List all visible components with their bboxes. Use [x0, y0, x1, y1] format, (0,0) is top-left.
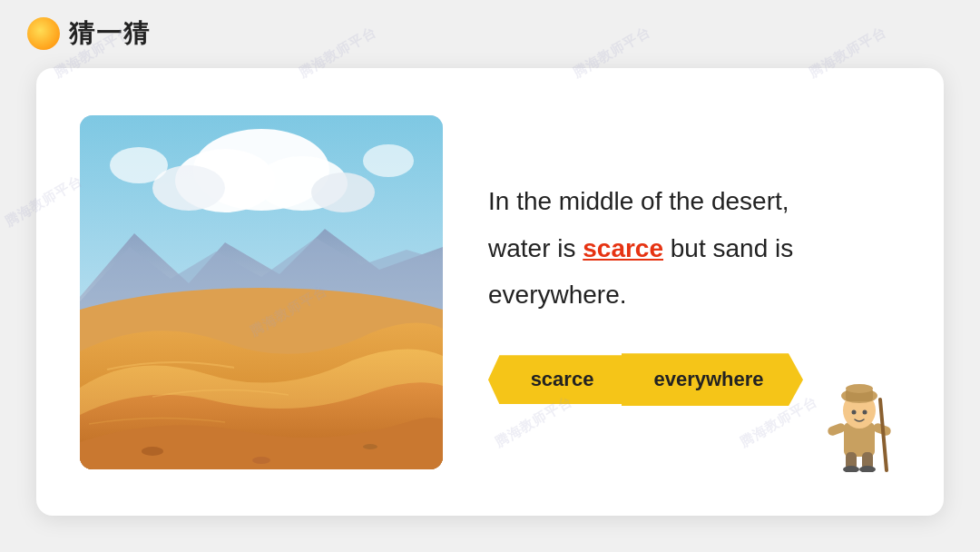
scarce-button[interactable]: scarce	[488, 355, 629, 404]
svg-point-19	[852, 410, 857, 415]
sentence-part4: everywhere.	[488, 281, 627, 309]
everywhere-button[interactable]: everywhere	[622, 353, 803, 406]
svg-point-25	[843, 466, 859, 472]
sentence-part3: but sand is	[663, 234, 793, 262]
svg-point-18	[846, 384, 873, 393]
desert-image	[80, 115, 443, 469]
svg-point-7	[363, 144, 414, 177]
page-title: 猜一猜	[69, 16, 151, 51]
svg-point-26	[859, 466, 876, 472]
sentence-part1: In the middle of the desert,	[488, 187, 789, 215]
svg-point-13	[363, 444, 377, 449]
scarce-word: scarce	[583, 234, 663, 262]
header: 猜一猜	[27, 16, 151, 51]
svg-point-20	[863, 410, 867, 415]
svg-point-12	[252, 457, 270, 464]
sentence-part2: water is	[488, 234, 583, 262]
svg-point-11	[142, 447, 163, 456]
character-illustration	[818, 372, 900, 472]
orange-icon	[27, 17, 60, 50]
svg-point-5	[311, 172, 375, 212]
sentence-text: In the middle of the desert, water is sc…	[488, 178, 900, 319]
svg-rect-21	[827, 422, 847, 437]
svg-point-6	[110, 147, 168, 183]
main-card: In the middle of the desert, water is sc…	[36, 68, 944, 516]
